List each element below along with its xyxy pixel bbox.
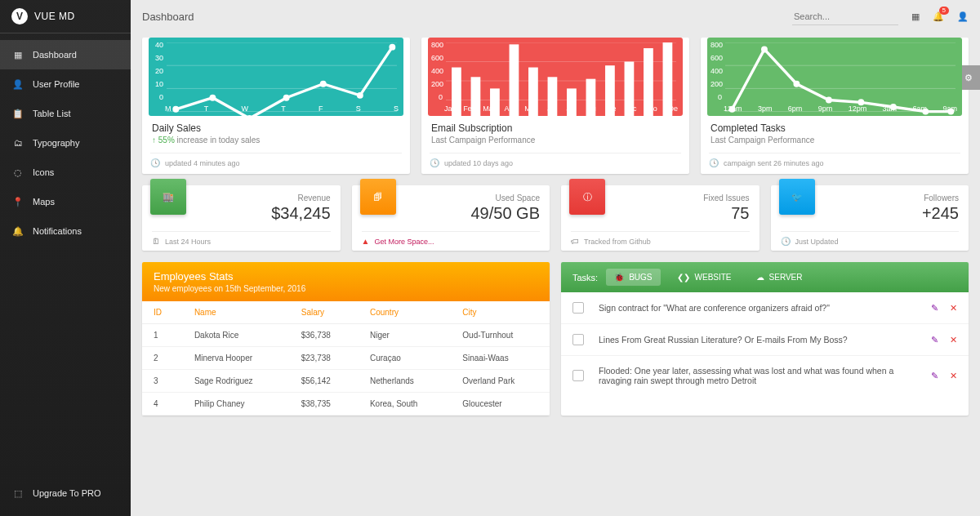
edit-icon[interactable]: ✎: [931, 335, 938, 345]
col-country: Country: [359, 301, 451, 324]
svg-point-35: [761, 47, 768, 53]
warning-icon: ▲: [362, 237, 370, 246]
store-icon: 🏬: [150, 179, 186, 215]
copy-icon: 🗐: [360, 179, 396, 215]
nav-item-table-list[interactable]: 📋 Table List: [0, 99, 131, 128]
bug-icon: 🐞: [614, 273, 624, 282]
nav-label: User Profile: [33, 79, 79, 89]
clock-icon: 🕓: [709, 158, 719, 167]
upgrade-button[interactable]: ⬚ Upgrade To PRO: [0, 478, 131, 508]
svg-point-7: [247, 115, 253, 122]
rocket-icon: ⬚: [11, 487, 24, 500]
col-name: Name: [183, 301, 290, 324]
nav-label: Maps: [33, 197, 55, 207]
account-icon[interactable]: 👤: [957, 11, 969, 22]
search-input[interactable]: [792, 8, 898, 25]
svg-rect-22: [548, 77, 558, 119]
task-text: Lines From Great Russian Literature? Or …: [594, 335, 921, 345]
nav: ▦ Dashboard 👤 User Profile 📋 Table List …: [0, 40, 131, 478]
brand-name: VUE MD: [34, 11, 75, 22]
topbar: Dashboard ▦ 🔔5 👤: [131, 0, 980, 33]
tab-server[interactable]: ☁SERVER: [748, 269, 811, 286]
clock-icon: 🕓: [150, 158, 160, 167]
col-id: ID: [142, 301, 183, 324]
brand: V VUE MD: [0, 8, 131, 33]
task-checkbox[interactable]: [572, 334, 584, 345]
employees-table: ID Name Salary Country City 1Dakota Rice…: [142, 301, 550, 416]
nav-label: Notifications: [33, 226, 82, 236]
task-checkbox[interactable]: [572, 302, 584, 314]
daily-sales-chart: 403020100 MTWTFSS: [149, 38, 403, 116]
svg-rect-18: [471, 77, 481, 119]
page-title: Dashboard: [142, 11, 194, 23]
chart-subtitle: Last Campaign Performance: [431, 136, 679, 145]
task-row: Lines From Great Russian Literature? Or …: [561, 324, 969, 356]
person-icon: 👤: [11, 78, 24, 91]
nav-item-maps[interactable]: 📍 Maps: [0, 187, 131, 216]
sidebar: V VUE MD ▦ Dashboard 👤 User Profile 📋 Ta…: [0, 0, 131, 516]
employees-subtitle: New employees on 15th September, 2016: [154, 284, 538, 293]
completed-tasks-chart: 8006004002000 12am3pm6pm9pm12pm3am6am9am: [707, 38, 962, 116]
nav-label: Table List: [33, 109, 70, 118]
cloud-icon: ☁: [756, 273, 764, 282]
svg-rect-24: [586, 79, 596, 119]
edit-icon[interactable]: ✎: [931, 371, 938, 380]
upgrade-label: Upgrade To PRO: [33, 488, 101, 498]
brand-logo: V: [11, 8, 28, 24]
nav-item-icons[interactable]: ◌ Icons: [0, 158, 131, 187]
task-row: Flooded: One year later, assessing what …: [561, 356, 969, 395]
nav-item-user-profile[interactable]: 👤 User Profile: [0, 69, 131, 99]
notification-badge: 5: [939, 7, 949, 15]
svg-point-8: [283, 95, 290, 101]
close-icon[interactable]: ✕: [950, 335, 957, 345]
nav-item-typography[interactable]: 🗂 Typography: [0, 128, 131, 158]
nav-label: Icons: [33, 167, 54, 177]
pin-icon: 📍: [11, 195, 24, 208]
close-icon[interactable]: ✕: [950, 371, 957, 380]
col-city: City: [451, 301, 550, 324]
svg-point-37: [826, 97, 832, 104]
employees-title: Employees Stats: [154, 270, 538, 282]
twitter-icon: 🐦: [779, 179, 815, 215]
task-text: Flooded: One year later, assessing what …: [594, 366, 921, 385]
table-row: 2Minerva Hooper$23,738CuraçaoSinaai-Waas: [142, 347, 550, 370]
nav-item-notifications[interactable]: 🔔 Notifications: [0, 216, 131, 246]
edit-icon[interactable]: ✎: [931, 303, 938, 313]
used-space-card: 🗐 Used Space49/50 GB ▲Get More Space...: [352, 185, 550, 251]
svg-point-9: [320, 81, 327, 87]
dashboard-icon: ▦: [11, 48, 24, 61]
nav-item-dashboard[interactable]: ▦ Dashboard: [0, 40, 131, 69]
info-icon: ⓘ: [569, 179, 605, 215]
bell-icon: 🔔: [11, 225, 24, 238]
fixed-issues-card: ⓘ Fixed Issues75 🏷Tracked from Github: [561, 185, 760, 251]
task-row: Sign contract for "What are conference o…: [561, 292, 969, 324]
close-icon[interactable]: ✕: [950, 303, 957, 313]
daily-sales-card: 403020100 MTWTFSS Daily Sales ↑ 55% incr…: [142, 38, 410, 174]
svg-point-11: [389, 44, 395, 51]
clipboard-icon: 📋: [11, 107, 24, 120]
get-more-space-link[interactable]: ▲Get More Space...: [362, 231, 541, 246]
library-icon: 🗂: [11, 136, 24, 149]
completed-tasks-card: 8006004002000 12am3pm6pm9pm12pm3am6am9am…: [701, 38, 969, 174]
tag-icon: 🏷: [571, 237, 579, 246]
notifications-icon[interactable]: 🔔5: [933, 11, 944, 22]
tasks-label: Tasks:: [572, 273, 598, 282]
svg-point-36: [793, 81, 800, 87]
tab-website[interactable]: ❮❯WEBSITE: [669, 269, 740, 286]
clock-icon: 🕓: [781, 237, 791, 246]
email-subscription-chart: 8006004002000 JaFeMaApMaiJuJulAuSeOcNoDe: [428, 38, 683, 116]
apps-icon[interactable]: ▦: [911, 11, 920, 22]
tab-bugs[interactable]: 🐞BUGS: [606, 269, 660, 286]
clock-icon: 🕓: [430, 158, 439, 167]
nav-label: Dashboard: [33, 50, 77, 60]
employees-card: Employees Stats New employees on 15th Se…: [142, 262, 550, 416]
col-salary: Salary: [290, 301, 359, 324]
chart-subtitle: ↑ 55% increase in today sales: [152, 136, 400, 145]
bubble-icon: ◌: [11, 166, 24, 179]
task-text: Sign contract for "What are conference o…: [594, 303, 921, 313]
svg-point-6: [209, 95, 216, 101]
calendar-icon: 🗓: [152, 237, 160, 246]
chart-title: Email Subscription: [431, 122, 679, 134]
task-checkbox[interactable]: [572, 370, 584, 381]
tasks-card: Tasks: 🐞BUGS ❮❯WEBSITE ☁SERVER Sign cont…: [561, 262, 969, 416]
